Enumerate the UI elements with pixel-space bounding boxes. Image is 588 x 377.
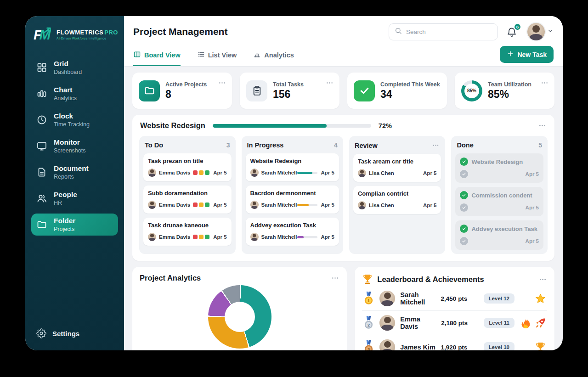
tab-label: Board View	[144, 51, 181, 59]
rocket-icon	[535, 317, 546, 329]
tab[interactable]: List View	[197, 51, 237, 66]
sidebar-item[interactable]: People HR	[31, 187, 118, 209]
task-assignee: Sarah Mitchell	[250, 169, 297, 177]
avatar	[250, 201, 259, 209]
stat-card: Active Projects 8	[132, 73, 232, 109]
member-name: Emma Davis	[400, 315, 436, 330]
card-menu-icon[interactable]	[325, 79, 334, 87]
check-circle-icon	[460, 225, 468, 233]
achievement-badges	[520, 342, 546, 351]
assignee-name: Emma Davis	[159, 234, 190, 240]
column-name: Done	[457, 141, 473, 149]
task-title: Task aream cnr title	[358, 158, 413, 165]
sidebar-item[interactable]: Document Reports	[31, 161, 118, 183]
column-count: 5	[538, 141, 542, 149]
analytics-menu-icon[interactable]	[331, 274, 339, 282]
task-card[interactable]: Bacrdon dermnonment Sarah Mitchell	[246, 186, 339, 214]
user-avatar	[527, 23, 545, 40]
card-menu-icon[interactable]	[540, 79, 549, 87]
stat-label: Total Tasks	[273, 81, 304, 88]
card-menu-icon[interactable]	[218, 79, 226, 87]
chevron-down-icon	[547, 28, 554, 36]
board-progress-label: 72%	[379, 122, 392, 129]
monitor-icon	[36, 141, 47, 152]
column-name: Review	[355, 142, 378, 149]
task-card[interactable]: Commission condent Apr 5	[455, 187, 543, 216]
task-card[interactable]: Addvey execution Task Apr 5	[455, 220, 543, 250]
task-card[interactable]: Subb doramendation Emma Davis	[143, 186, 232, 214]
notification-badge: 6	[514, 23, 521, 31]
people-icon	[36, 193, 47, 204]
sidebar-item-subtitle: Screenshots	[54, 147, 85, 154]
silver-medal-icon: 2	[363, 316, 374, 330]
check-circle-gray-icon	[460, 237, 468, 245]
sidebar-item[interactable]: Monitor Screenshots	[31, 135, 118, 157]
sidebar-item[interactable]: Chart Analytics	[31, 83, 118, 105]
priority-dot	[193, 203, 198, 207]
bell-icon	[506, 31, 517, 39]
sidebar-item-subtitle: Analytics	[54, 95, 77, 101]
utilization-ring-label: 85%	[464, 84, 479, 98]
sidebar-item[interactable]: Folder Projects	[31, 214, 118, 236]
assignee-name: Lisa Chen	[369, 170, 394, 176]
sidebar: F M FLOWMETRICSPRO AI-Driven Workforce I…	[25, 16, 124, 350]
task-card[interactable]: Website Redesign Sarah Mitchell	[246, 153, 339, 181]
user-menu[interactable]	[527, 23, 554, 40]
member-name: Sarah Mitchell	[400, 291, 435, 306]
task-due-date: Apr 5	[213, 202, 226, 208]
sidebar-item-title: Document	[54, 164, 89, 173]
priority-dot	[193, 235, 198, 239]
sidebar-item-subtitle: Dashboard	[54, 69, 82, 75]
sidebar-item[interactable]: Clock Time Tracking	[31, 109, 118, 131]
task-card[interactable]: Complian contrict Lisa Chen	[353, 186, 441, 214]
sidebar-item-title: Chart	[54, 86, 77, 94]
check-icon	[354, 80, 375, 101]
search-input[interactable]	[406, 28, 492, 35]
task-card[interactable]: Task aream cnr title Lisa Chen	[353, 154, 441, 182]
notifications-button[interactable]: 6	[506, 25, 519, 38]
donut-chart	[208, 285, 271, 349]
search-icon	[395, 27, 402, 36]
board-menu-icon[interactable]	[538, 121, 547, 130]
leaderboard-menu-icon[interactable]	[538, 275, 547, 284]
board-view-icon	[133, 51, 141, 60]
svg-text:1: 1	[368, 298, 370, 303]
analytics-title: Project Analytics	[140, 274, 201, 282]
settings-label: Settings	[52, 330, 79, 338]
task-card[interactable]: Addvey execution Task Sarah Mitchell	[246, 218, 339, 246]
task-card[interactable]: Website Redesign Apr 5	[455, 153, 543, 183]
task-assignee: Lisa Chen	[358, 169, 394, 177]
view-tabs: Board View List View Analytics	[133, 51, 294, 66]
tab[interactable]: Analytics	[253, 51, 294, 66]
grid-icon	[36, 62, 47, 73]
clock-icon	[36, 114, 47, 125]
column-menu-icon[interactable]	[432, 141, 440, 149]
task-title: Subb doramendation	[148, 190, 208, 197]
sidebar-item-title: Monitor	[54, 138, 85, 146]
sidebar-item-title: Clock	[54, 112, 90, 120]
search-box[interactable]	[389, 23, 498, 40]
task-title: Addvey execution Task	[250, 222, 317, 229]
sidebar-item-title: Folder	[54, 217, 75, 225]
task-progress-fill	[297, 236, 304, 238]
sidebar-item-subtitle: Time Tracking	[54, 121, 90, 128]
task-card[interactable]: Task prezan on title Emma Davis	[143, 153, 232, 181]
check-circle-gray-icon	[460, 203, 468, 212]
check-circle-gray-icon	[460, 170, 468, 178]
avatar	[379, 339, 395, 350]
priority-dots	[193, 170, 209, 175]
column-count: 3	[226, 141, 230, 149]
tab[interactable]: Board View	[133, 51, 181, 66]
leaderboard-title: Leaderboard & Achievements	[377, 275, 484, 284]
task-card[interactable]: Task drunae kaneoue Emma Davis	[143, 218, 232, 246]
board-panel: Website Redesign 72% To Do 3	[132, 115, 554, 261]
level-badge: Level 10	[484, 342, 514, 350]
analytics-icon	[253, 51, 261, 60]
sidebar-item-settings[interactable]: Settings	[31, 325, 118, 342]
trophy-icon	[362, 274, 373, 285]
new-task-button[interactable]: New Task	[500, 46, 554, 63]
sidebar-item-subtitle: HR	[54, 200, 77, 206]
sidebar-item[interactable]: Grid Dashboard	[31, 56, 118, 79]
task-progress-bar	[297, 204, 317, 206]
trophy-icon	[535, 342, 546, 351]
